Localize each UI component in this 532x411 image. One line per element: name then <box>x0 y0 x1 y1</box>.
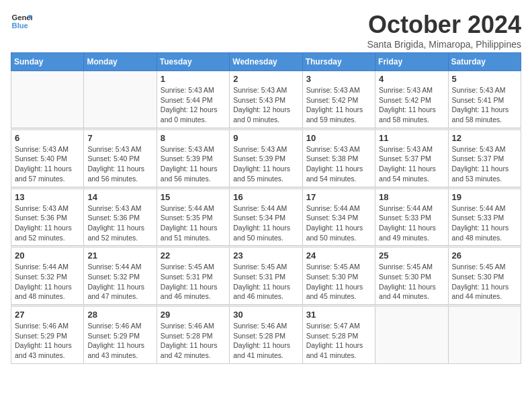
calendar-header: SundayMondayTuesdayWednesdayThursdayFrid… <box>11 53 521 71</box>
calendar-day-cell: 26Sunrise: 5:45 AM Sunset: 5:30 PM Dayli… <box>448 248 521 305</box>
calendar-day-cell: 19Sunrise: 5:44 AM Sunset: 5:33 PM Dayli… <box>448 189 521 246</box>
calendar-week-row: 1Sunrise: 5:43 AM Sunset: 5:44 PM Daylig… <box>11 71 521 128</box>
calendar-day-cell: 11Sunrise: 5:43 AM Sunset: 5:37 PM Dayli… <box>375 130 448 187</box>
day-info: Sunrise: 5:47 AM Sunset: 5:28 PM Dayligh… <box>306 321 371 361</box>
calendar-day-cell: 2Sunrise: 5:43 AM Sunset: 5:43 PM Daylig… <box>230 71 302 128</box>
day-number: 1 <box>161 74 226 84</box>
day-number: 27 <box>15 310 80 320</box>
day-info: Sunrise: 5:43 AM Sunset: 5:38 PM Dayligh… <box>306 144 371 184</box>
weekday-header: Saturday <box>448 53 521 71</box>
day-info: Sunrise: 5:44 AM Sunset: 5:33 PM Dayligh… <box>452 203 517 243</box>
day-info: Sunrise: 5:43 AM Sunset: 5:44 PM Dayligh… <box>161 85 226 125</box>
day-number: 25 <box>379 250 444 261</box>
calendar-day-cell: 20Sunrise: 5:44 AM Sunset: 5:32 PM Dayli… <box>11 248 84 305</box>
day-number: 28 <box>87 310 152 320</box>
day-number: 3 <box>306 74 371 84</box>
calendar-day-cell: 17Sunrise: 5:44 AM Sunset: 5:34 PM Dayli… <box>302 189 375 246</box>
day-number: 6 <box>15 133 80 143</box>
calendar-day-cell: 31Sunrise: 5:47 AM Sunset: 5:28 PM Dayli… <box>302 307 375 364</box>
calendar-week-row: 20Sunrise: 5:44 AM Sunset: 5:32 PM Dayli… <box>11 248 521 305</box>
calendar-day-cell: 6Sunrise: 5:43 AM Sunset: 5:40 PM Daylig… <box>11 130 84 187</box>
day-info: Sunrise: 5:43 AM Sunset: 5:42 PM Dayligh… <box>379 85 444 125</box>
calendar-week-row: 27Sunrise: 5:46 AM Sunset: 5:29 PM Dayli… <box>11 307 521 364</box>
day-number: 23 <box>233 250 298 261</box>
day-info: Sunrise: 5:45 AM Sunset: 5:30 PM Dayligh… <box>379 262 444 302</box>
calendar-day-cell: 29Sunrise: 5:46 AM Sunset: 5:28 PM Dayli… <box>157 307 229 364</box>
calendar-day-cell: 14Sunrise: 5:43 AM Sunset: 5:36 PM Dayli… <box>84 189 157 246</box>
day-number: 8 <box>161 133 226 143</box>
calendar-day-cell: 24Sunrise: 5:45 AM Sunset: 5:30 PM Dayli… <box>302 248 375 305</box>
day-info: Sunrise: 5:45 AM Sunset: 5:31 PM Dayligh… <box>161 262 226 302</box>
calendar-day-cell: 18Sunrise: 5:44 AM Sunset: 5:33 PM Dayli… <box>375 189 448 246</box>
calendar-day-cell: 15Sunrise: 5:44 AM Sunset: 5:35 PM Dayli… <box>157 189 229 246</box>
day-info: Sunrise: 5:43 AM Sunset: 5:40 PM Dayligh… <box>87 144 152 184</box>
calendar-day-cell <box>448 307 521 364</box>
calendar-day-cell: 16Sunrise: 5:44 AM Sunset: 5:34 PM Dayli… <box>230 189 302 246</box>
calendar-day-cell: 7Sunrise: 5:43 AM Sunset: 5:40 PM Daylig… <box>84 130 157 187</box>
calendar-week-row: 6Sunrise: 5:43 AM Sunset: 5:40 PM Daylig… <box>11 130 521 187</box>
day-number: 16 <box>233 192 298 202</box>
calendar-day-cell: 8Sunrise: 5:43 AM Sunset: 5:39 PM Daylig… <box>157 130 229 187</box>
day-info: Sunrise: 5:43 AM Sunset: 5:43 PM Dayligh… <box>233 85 298 125</box>
weekday-header: Friday <box>375 53 448 71</box>
logo: General Blue <box>11 11 32 32</box>
logo-icon: General Blue <box>11 11 32 32</box>
day-info: Sunrise: 5:46 AM Sunset: 5:28 PM Dayligh… <box>233 321 298 361</box>
calendar-day-cell <box>11 71 84 128</box>
calendar-day-cell: 21Sunrise: 5:44 AM Sunset: 5:32 PM Dayli… <box>84 248 157 305</box>
day-info: Sunrise: 5:44 AM Sunset: 5:35 PM Dayligh… <box>161 203 226 243</box>
calendar-week-row: 13Sunrise: 5:43 AM Sunset: 5:36 PM Dayli… <box>11 189 521 246</box>
day-number: 19 <box>452 192 517 202</box>
title-block: October 2024 Santa Brigida, Mimaropa, Ph… <box>367 11 521 50</box>
day-info: Sunrise: 5:43 AM Sunset: 5:41 PM Dayligh… <box>452 85 517 125</box>
calendar-day-cell: 13Sunrise: 5:43 AM Sunset: 5:36 PM Dayli… <box>11 189 84 246</box>
calendar-day-cell: 9Sunrise: 5:43 AM Sunset: 5:39 PM Daylig… <box>230 130 302 187</box>
day-number: 2 <box>233 74 298 84</box>
day-info: Sunrise: 5:44 AM Sunset: 5:34 PM Dayligh… <box>306 203 371 243</box>
calendar-table: SundayMondayTuesdayWednesdayThursdayFrid… <box>11 52 521 364</box>
day-info: Sunrise: 5:46 AM Sunset: 5:29 PM Dayligh… <box>15 321 80 361</box>
day-number: 11 <box>379 133 444 143</box>
day-info: Sunrise: 5:43 AM Sunset: 5:40 PM Dayligh… <box>15 144 80 184</box>
month-title: October 2024 <box>367 11 521 39</box>
day-number: 4 <box>379 74 444 84</box>
svg-text:General: General <box>12 13 32 21</box>
day-number: 24 <box>306 250 371 261</box>
calendar-day-cell: 10Sunrise: 5:43 AM Sunset: 5:38 PM Dayli… <box>302 130 375 187</box>
calendar-day-cell: 3Sunrise: 5:43 AM Sunset: 5:42 PM Daylig… <box>302 71 375 128</box>
day-number: 26 <box>452 250 517 261</box>
day-number: 7 <box>87 133 152 143</box>
day-number: 22 <box>161 250 226 261</box>
day-number: 18 <box>379 192 444 202</box>
day-number: 15 <box>161 192 226 202</box>
calendar-day-cell: 12Sunrise: 5:43 AM Sunset: 5:37 PM Dayli… <box>448 130 521 187</box>
weekday-header: Tuesday <box>157 53 229 71</box>
location-subtitle: Santa Brigida, Mimaropa, Philippines <box>367 39 521 50</box>
day-number: 10 <box>306 133 371 143</box>
day-number: 17 <box>306 192 371 202</box>
weekday-header: Thursday <box>302 53 375 71</box>
day-number: 12 <box>452 133 517 143</box>
day-info: Sunrise: 5:46 AM Sunset: 5:29 PM Dayligh… <box>87 321 152 361</box>
calendar-day-cell: 30Sunrise: 5:46 AM Sunset: 5:28 PM Dayli… <box>230 307 302 364</box>
calendar-day-cell: 23Sunrise: 5:45 AM Sunset: 5:31 PM Dayli… <box>230 248 302 305</box>
calendar-day-cell: 22Sunrise: 5:45 AM Sunset: 5:31 PM Dayli… <box>157 248 229 305</box>
day-info: Sunrise: 5:45 AM Sunset: 5:31 PM Dayligh… <box>233 262 298 302</box>
day-info: Sunrise: 5:43 AM Sunset: 5:36 PM Dayligh… <box>87 203 152 243</box>
weekday-header: Wednesday <box>230 53 302 71</box>
day-info: Sunrise: 5:44 AM Sunset: 5:34 PM Dayligh… <box>233 203 298 243</box>
day-info: Sunrise: 5:43 AM Sunset: 5:39 PM Dayligh… <box>161 144 226 184</box>
calendar-day-cell <box>375 307 448 364</box>
day-number: 21 <box>87 250 152 261</box>
day-number: 9 <box>233 133 298 143</box>
calendar-body: 1Sunrise: 5:43 AM Sunset: 5:44 PM Daylig… <box>11 71 521 364</box>
day-info: Sunrise: 5:44 AM Sunset: 5:32 PM Dayligh… <box>87 262 152 302</box>
day-number: 30 <box>233 310 298 320</box>
svg-text:Blue: Blue <box>12 21 28 30</box>
day-info: Sunrise: 5:43 AM Sunset: 5:37 PM Dayligh… <box>452 144 517 184</box>
day-info: Sunrise: 5:43 AM Sunset: 5:42 PM Dayligh… <box>306 85 371 125</box>
calendar-day-cell: 5Sunrise: 5:43 AM Sunset: 5:41 PM Daylig… <box>448 71 521 128</box>
weekday-header: Sunday <box>11 53 84 71</box>
page-header: General Blue October 2024 Santa Brigida,… <box>11 11 521 50</box>
day-number: 5 <box>452 74 517 84</box>
